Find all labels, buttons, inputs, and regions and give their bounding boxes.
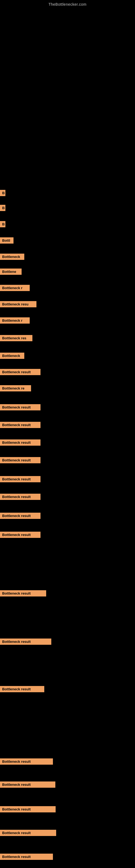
result-item: Bottlene <box>0 269 21 275</box>
result-item: Bottleneck result <box>0 422 41 428</box>
result-item: Bottleneck result <box>0 781 55 788</box>
result-item: Bottleneck r <box>0 285 30 291</box>
result-item: B <box>0 190 5 196</box>
result-item: Bottleneck result <box>0 494 41 500</box>
result-item: Bottleneck r <box>0 317 30 323</box>
result-item: Bottleneck re <box>0 385 31 392</box>
result-item: B <box>0 221 5 227</box>
result-item: Bottleneck result <box>0 476 41 482</box>
result-item: Bottleneck result <box>0 513 41 519</box>
site-title: TheBottlenecker.com <box>0 0 135 6</box>
result-item: Bottleneck result <box>0 457 41 463</box>
result-item: Bottleneck result <box>0 830 56 836</box>
result-item: Bottleneck result <box>0 369 41 375</box>
result-item: Bottleneck result <box>0 404 41 410</box>
result-item: Bottleneck result <box>0 686 44 692</box>
result-item: Bottleneck res <box>0 335 32 341</box>
result-item: Bottleneck result <box>0 639 51 645</box>
result-item: Bottl <box>0 237 13 244</box>
result-item: Bottleneck resu <box>0 301 37 307</box>
result-item: Bottleneck <box>0 352 24 359</box>
result-item: Bottleneck result <box>0 532 41 538</box>
result-item: Bottleneck result <box>0 758 53 765</box>
result-item: Bottleneck result <box>0 439 41 446</box>
result-item: B <box>0 205 5 211</box>
result-item: Bottleneck result <box>0 854 53 860</box>
result-item: Bottleneck <box>0 254 24 260</box>
result-item: Bottleneck result <box>0 590 46 596</box>
result-item: Bottleneck result <box>0 806 56 812</box>
